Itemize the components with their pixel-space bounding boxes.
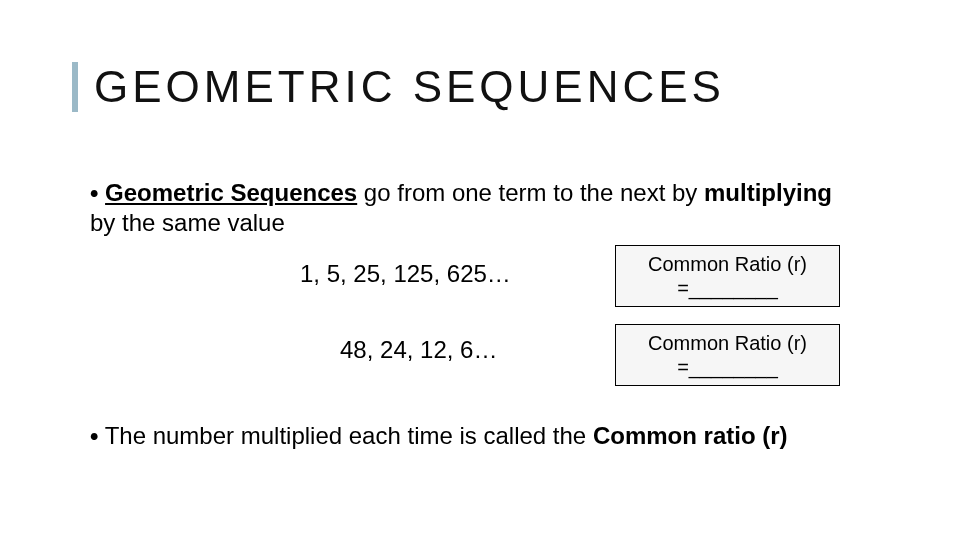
slide-title: GEOMETRIC SEQUENCES <box>94 62 725 112</box>
definition-text-2: by the same value <box>90 209 285 236</box>
common-ratio-box-1: Common Ratio (r) =________ <box>615 245 840 307</box>
keyword-common-ratio: Common ratio (r) <box>593 422 788 449</box>
slide: GEOMETRIC SEQUENCES • Geometric Sequence… <box>0 0 960 540</box>
bullet-geometric-definition: • Geometric Sequences go from one term t… <box>90 178 850 238</box>
term-geometric-sequences: Geometric Sequences <box>105 179 357 206</box>
example-sequence-2: 48, 24, 12, 6… <box>340 336 497 364</box>
definition-text-1: go from one term to the next by <box>357 179 704 206</box>
box1-blank: =________ <box>634 276 821 300</box>
box2-label: Common Ratio (r) <box>634 331 821 355</box>
box1-label: Common Ratio (r) <box>634 252 821 276</box>
bullet-dot-icon: • <box>90 179 98 206</box>
bullet-common-ratio-definition: • The number multiplied each time is cal… <box>90 420 850 451</box>
title-block: GEOMETRIC SEQUENCES <box>72 62 725 112</box>
box2-blank: =________ <box>634 355 821 379</box>
common-ratio-text: The number multiplied each time is calle… <box>105 422 593 449</box>
example-sequence-1: 1, 5, 25, 125, 625… <box>300 260 511 288</box>
bullet-dot-icon: • <box>90 422 98 449</box>
common-ratio-box-2: Common Ratio (r) =________ <box>615 324 840 386</box>
keyword-multiplying: multiplying <box>704 179 832 206</box>
